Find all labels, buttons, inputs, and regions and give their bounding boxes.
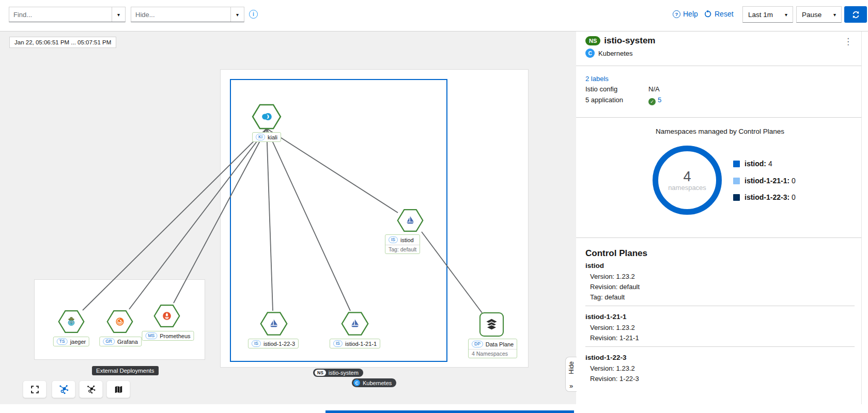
- legend-swatch: [733, 178, 740, 184]
- namespace-box-label[interactable]: NS istio-system: [313, 369, 363, 377]
- node-label-grafana[interactable]: GR Grafana: [99, 337, 142, 346]
- help-button[interactable]: ? Help: [673, 10, 698, 18]
- node-label-data-plane[interactable]: DP Data Plane 4 Namespaces: [468, 339, 517, 358]
- node-label-istiod-1-21-1[interactable]: IS istiod-1-21-1: [330, 339, 380, 348]
- control-plane-revision: Revision: 1-22-3: [590, 375, 639, 383]
- find-dropdown-caret[interactable]: ▾: [112, 7, 125, 22]
- legend-item-istiod: istiod: 4: [733, 160, 772, 168]
- caret-down-icon: ▾: [117, 12, 120, 18]
- kiali-mesh-page: ▾ ▾ i ? Help Reset Last 1m ▾ Pause ▾: [0, 0, 868, 413]
- namespace-badge: NS: [315, 370, 326, 376]
- panel-title: istio-system: [604, 36, 655, 46]
- legend-item-istiod-1-21-1: istiod-1-21-1: 0: [733, 177, 796, 185]
- hide-panel-tab[interactable]: Hide »: [565, 357, 577, 392]
- expand-icon: [30, 385, 40, 394]
- refresh-interval-select[interactable]: Pause ▾: [796, 6, 842, 23]
- hide-tab-label: Hide: [568, 361, 575, 374]
- reset-icon: [704, 10, 712, 18]
- grafana-icon: [116, 317, 123, 325]
- metrics-type-badge: MS: [145, 332, 157, 339]
- istio-config-label: Istio config: [585, 85, 617, 93]
- graph-time-range: Jan 22, 05:06:51 PM ... 05:07:51 PM: [9, 37, 116, 48]
- node-label-text: Data Plane: [486, 341, 514, 347]
- legend-count: 4: [768, 160, 772, 168]
- divider: [585, 346, 855, 347]
- namespace-label-text: istio-system: [329, 370, 359, 376]
- divider: [576, 117, 862, 118]
- legend-button[interactable]: [106, 380, 130, 398]
- caret-down-icon: ▾: [833, 12, 836, 18]
- cluster-badge: C: [353, 379, 360, 386]
- map-icon: [114, 385, 123, 394]
- info-icon[interactable]: i: [249, 10, 258, 19]
- node-label-istiod-1-22-3[interactable]: IS istiod-1-22-3: [248, 339, 299, 348]
- namespace-layout-button[interactable]: [79, 380, 103, 398]
- node-label-istiod[interactable]: IS istiod Tag: default: [385, 234, 420, 254]
- node-sublabel-tag: Tag: default: [385, 245, 420, 253]
- summary-panel: NS istio-system ⋮ C Kubernetes 2 labels …: [576, 31, 862, 404]
- node-data-plane[interactable]: [479, 312, 504, 337]
- graph-layout-button[interactable]: [52, 380, 75, 398]
- legend-count: 0: [792, 193, 796, 201]
- hide-dropdown-caret[interactable]: ▾: [230, 7, 244, 22]
- collapse-chevron-icon: »: [569, 384, 573, 389]
- control-plane-tag: Tag: default: [590, 293, 625, 301]
- cluster-label-text: Kubernetes: [363, 380, 392, 386]
- cluster-box-label[interactable]: C Kubernetes: [352, 378, 396, 387]
- refresh-button[interactable]: [844, 6, 867, 23]
- node-kiali[interactable]: [252, 104, 282, 132]
- fit-to-screen-button[interactable]: [23, 380, 47, 398]
- cluster-name: Kubernetes: [598, 50, 633, 57]
- cluster-badge: C: [585, 49, 595, 58]
- control-plane-version: Version: 1.23.2: [590, 273, 635, 280]
- control-plane-revision: Revision: 1-21-1: [590, 334, 639, 342]
- divider: [576, 237, 862, 238]
- node-label-prometheus[interactable]: MS Prometheus: [142, 331, 194, 341]
- reset-button[interactable]: Reset: [704, 10, 734, 18]
- control-plane-version: Version: 1.23.2: [590, 324, 635, 331]
- namespaces-donut-chart: 4 namespaces: [653, 146, 722, 215]
- node-istiod-1-21-1[interactable]: [341, 311, 369, 338]
- hide-input[interactable]: [131, 7, 230, 22]
- node-grafana[interactable]: [106, 309, 133, 336]
- tracing-type-badge: TS: [57, 338, 68, 345]
- topology-icon: [58, 384, 69, 395]
- panel-scrollbar-track[interactable]: [861, 31, 862, 404]
- application-count: 5: [658, 96, 661, 104]
- node-label-kiali[interactable]: KI kiali: [252, 132, 281, 142]
- application-health[interactable]: ✓5: [648, 96, 661, 105]
- legend-label: istiod-1-21-1:: [745, 177, 789, 185]
- labels-link[interactable]: 2 labels: [585, 75, 609, 83]
- legend-swatch: [733, 161, 740, 167]
- node-label-text: Prometheus: [160, 333, 190, 339]
- grafana-type-badge: GR: [103, 338, 115, 345]
- donut-center-value: 4: [683, 169, 691, 184]
- mesh-graph-canvas[interactable]: Jan 22, 05:06:51 PM ... 05:07:51 PM: [0, 31, 576, 404]
- node-istiod-1-22-3[interactable]: [260, 311, 288, 338]
- node-prometheus[interactable]: [153, 304, 180, 330]
- node-label-text: jaeger: [70, 339, 86, 345]
- application-label: 5 application: [585, 96, 623, 104]
- control-plane-version: Version: 1.23.2: [590, 364, 635, 372]
- node-label-text: Grafana: [117, 339, 138, 345]
- caret-down-icon: ▾: [236, 12, 239, 18]
- kebab-menu-icon[interactable]: ⋮: [841, 35, 856, 49]
- divider: [576, 66, 862, 66]
- node-label-text: kiali: [268, 134, 277, 140]
- istio-type-badge: IS: [389, 236, 398, 243]
- help-label: Help: [683, 10, 698, 18]
- donut-chart-title: Namespaces managed by Control Planes: [585, 128, 855, 135]
- legend-label: istiod:: [745, 160, 766, 168]
- node-jaeger[interactable]: [58, 309, 85, 336]
- hide-input-group: ▾: [131, 7, 244, 22]
- node-istiod[interactable]: [397, 208, 424, 235]
- find-input[interactable]: [9, 7, 112, 22]
- donut-center-label: namespaces: [668, 184, 706, 192]
- node-sublabel-namespaces: 4 Namespaces: [469, 349, 517, 358]
- duration-select[interactable]: Last 1m ▾: [742, 6, 793, 23]
- control-plane-name: istiod: [585, 262, 604, 269]
- graph-toolbar: ▾ ▾ i ? Help Reset Last 1m ▾ Pause ▾: [0, 0, 868, 31]
- node-label-text: istiod: [400, 237, 414, 243]
- node-label-jaeger[interactable]: TS jaeger: [53, 337, 89, 346]
- horizontal-scrollbar[interactable]: [326, 410, 574, 413]
